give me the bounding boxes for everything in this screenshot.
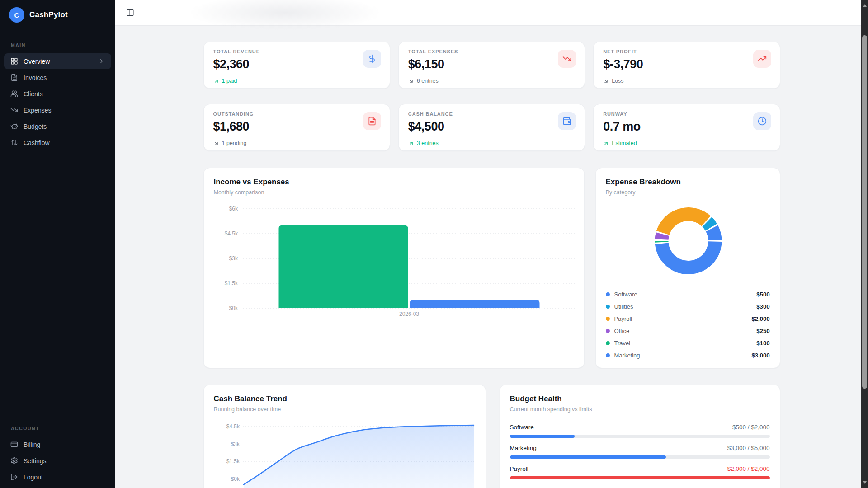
svg-text:$3k: $3k: [231, 441, 240, 447]
svg-text:$4.5k: $4.5k: [224, 230, 238, 237]
main-area: TOTAL REVENUE $2,360 1 paid TOTAL EXPENS…: [115, 0, 868, 488]
stat-iconbox: [363, 50, 381, 68]
dashboard-content: TOTAL REVENUE $2,360 1 paid TOTAL EXPENS…: [203, 26, 780, 488]
gear-icon: [10, 457, 18, 465]
sidebar-item-label: Budgets: [24, 123, 47, 130]
sidebar-item-invoices[interactable]: Invoices: [4, 70, 111, 85]
legend-dot: [606, 353, 610, 357]
sidebar-toggle-button[interactable]: [126, 9, 134, 17]
clock-icon: [758, 117, 767, 126]
sidebar-item-expenses[interactable]: Expenses: [4, 102, 111, 118]
legend-value: $250: [756, 328, 769, 334]
piggy-bank-icon: [10, 122, 18, 130]
app-name: CashPylot: [29, 10, 68, 19]
arrow-delta-icon: [603, 141, 609, 146]
sidebar-item-label: Clients: [24, 90, 43, 98]
svg-text:$0k: $0k: [229, 305, 238, 311]
budget-rows: Software $500 / $2,000 Marketing $3,000 …: [510, 424, 770, 488]
wallet-icon: [562, 117, 571, 126]
legend-label: Travel: [614, 340, 631, 347]
scrollbar-thumb[interactable]: [862, 35, 867, 389]
sidebar-item-clients[interactable]: Clients: [4, 86, 111, 102]
sidebar-item-overview[interactable]: Overview: [4, 53, 111, 69]
trending-down-icon: [10, 106, 18, 114]
stat-delta: 1 pending: [213, 140, 254, 146]
legend-dot: [606, 305, 610, 309]
sidebar-item-logout[interactable]: Logout: [4, 469, 111, 485]
budget-row-payroll: Payroll $2,000 / $2,000: [510, 465, 770, 479]
stat-delta: Loss: [603, 78, 643, 84]
budget-row-travel: Travel $100 / $500: [510, 486, 770, 488]
sidebar-account-section: ACCOUNT Billing Settings Logout: [0, 419, 115, 488]
account-nav: Billing Settings Logout: [0, 436, 115, 485]
svg-text:$3k: $3k: [229, 255, 238, 262]
stat-iconbox: [753, 50, 771, 68]
app-logo[interactable]: C CashPylot: [0, 0, 115, 23]
stat-delta: 1 paid: [213, 78, 260, 84]
svg-text:$6k: $6k: [229, 206, 238, 212]
svg-text:2026-03: 2026-03: [399, 311, 419, 317]
chart-subtitle: Monthly comparison: [214, 189, 574, 196]
budget-value: $500 / $2,000: [732, 424, 770, 431]
expense-breakdown-card: Expense Breakdown By category Software $…: [595, 168, 780, 368]
credit-card-icon: [10, 441, 18, 448]
budget-progress-track: [510, 455, 770, 459]
stat-delta: Estimated: [603, 140, 641, 146]
sidebar-item-label: Expenses: [24, 107, 51, 114]
legend-item-software: Software $500: [606, 288, 770, 300]
file-text-icon: [10, 74, 18, 81]
sidebar-item-label: Overview: [24, 58, 50, 65]
stat-value: $2,360: [213, 57, 260, 71]
expense-breakdown-donut-chart: [606, 201, 771, 279]
legend-item-payroll: Payroll $2,000: [606, 313, 770, 325]
stat-value: $1,680: [213, 120, 254, 134]
grid-icon: [10, 57, 18, 65]
legend-item-office: Office $250: [606, 325, 770, 337]
sidebar-item-budgets[interactable]: Budgets: [4, 118, 111, 134]
main-nav: Overview Invoices Clients Expenses Budge…: [0, 53, 115, 151]
legend-value: $3,000: [751, 352, 769, 359]
sidebar-item-billing[interactable]: Billing: [4, 436, 111, 452]
cash-balance-line-chart: $4.5k$3k$1.5k$0k: [214, 419, 476, 488]
window-scrollbar[interactable]: [861, 0, 868, 488]
legend-label: Utilities: [614, 303, 633, 310]
svg-text:$4.5k: $4.5k: [226, 423, 240, 430]
sidebar-item-cashflow[interactable]: Cashflow: [4, 135, 111, 150]
stat-label: OUTSTANDING: [213, 111, 254, 117]
stats-grid: TOTAL REVENUE $2,360 1 paid TOTAL EXPENS…: [203, 42, 780, 151]
scrollbar-up-arrow-icon[interactable]: [863, 4, 867, 7]
chart-title: Budget Health: [510, 394, 770, 404]
budget-value: $2,000 / $2,000: [727, 465, 770, 472]
budget-label: Payroll: [510, 465, 528, 472]
budget-progress-fill: [510, 476, 770, 479]
scrollbar-down-arrow-icon[interactable]: [863, 481, 867, 484]
bottom-row: Cash Balance Trend Running balance over …: [203, 385, 780, 488]
stat-label: NET PROFIT: [603, 49, 643, 54]
stat-iconbox: [363, 112, 381, 130]
stat-card-total-expenses: TOTAL EXPENSES $6,150 6 entries: [398, 42, 585, 89]
legend-label: Software: [614, 291, 637, 298]
budget-progress-track: [510, 435, 770, 438]
stat-delta-text: Loss: [612, 78, 623, 84]
stat-card-runway: RUNWAY 0.7 mo Estimated: [593, 104, 780, 151]
income-vs-expenses-card: Income vs Expenses Monthly comparison $6…: [203, 168, 585, 368]
budget-label: Marketing: [510, 445, 537, 451]
stat-card-cash-balance: CASH BALANCE $4,500 3 entries: [398, 104, 585, 151]
chart-subtitle: By category: [606, 189, 770, 196]
dashboard-scroll-area[interactable]: TOTAL REVENUE $2,360 1 paid TOTAL EXPENS…: [115, 26, 868, 488]
arrow-delta-icon: [408, 78, 414, 84]
stat-delta: 6 entries: [408, 78, 458, 84]
stat-card-total-revenue: TOTAL REVENUE $2,360 1 paid: [203, 42, 390, 89]
budget-progress-fill: [510, 435, 575, 438]
stat-iconbox: [753, 112, 771, 130]
budget-health-card: Budget Health Current month spending vs …: [500, 385, 780, 488]
arrow-delta-icon: [213, 141, 219, 146]
sidebar-item-settings[interactable]: Settings: [4, 453, 111, 469]
arrow-delta-icon: [408, 141, 414, 146]
budget-progress-fill: [510, 455, 666, 459]
sidebar-section-main: MAIN: [0, 42, 115, 48]
legend-item-travel: Travel $100: [606, 337, 770, 349]
sidebar-item-label: Settings: [24, 457, 47, 465]
chart-subtitle: Current month spending vs limits: [510, 406, 770, 413]
legend-value: $500: [756, 291, 769, 298]
